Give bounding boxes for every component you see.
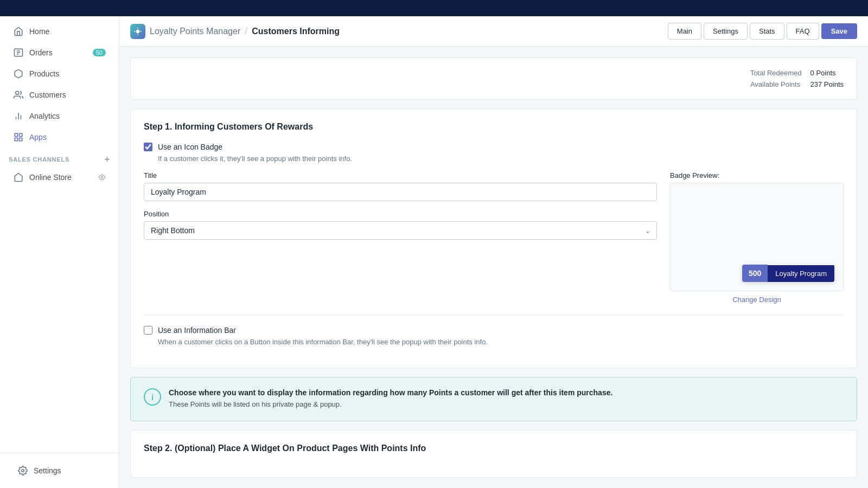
change-design-link[interactable]: Change Design xyxy=(670,296,844,304)
sidebar-item-analytics[interactable]: Analytics xyxy=(4,106,114,126)
save-button[interactable]: Save xyxy=(821,23,857,39)
app-logo xyxy=(130,24,145,39)
svg-rect-10 xyxy=(15,138,17,141)
app-header-left: Loyalty Points Manager / Customers Infor… xyxy=(130,24,340,39)
tab-settings[interactable]: Settings xyxy=(704,23,748,40)
svg-point-13 xyxy=(22,470,24,472)
svg-point-4 xyxy=(16,91,19,94)
step1-title: Step 1. Informing Customers Of Rewards xyxy=(144,122,844,132)
badge-preview-label: Badge Preview: xyxy=(670,171,844,179)
icon-badge-checkbox[interactable] xyxy=(144,143,152,151)
position-group: Position Right Bottom Left Bottom Right … xyxy=(144,210,657,240)
total-redeemed-value: 0 Points xyxy=(810,69,844,77)
svg-point-14 xyxy=(136,29,140,33)
position-select-wrapper: Right Bottom Left Bottom Right Top Left … xyxy=(144,221,657,240)
products-icon xyxy=(13,68,24,79)
sidebar-item-label-orders: Orders xyxy=(29,48,53,57)
sidebar-item-label-home: Home xyxy=(29,27,49,36)
sidebar-item-label-customers: Customers xyxy=(29,91,66,99)
position-label: Position xyxy=(144,210,657,218)
points-summary-inner: Total Redeemed 0 Points Available Points… xyxy=(750,69,844,88)
sidebar-item-apps[interactable]: Apps xyxy=(4,127,114,147)
step2-title: Step 2. (Optional) Place A Widget On Pro… xyxy=(144,444,844,453)
tab-faq[interactable]: FAQ xyxy=(787,23,819,40)
settings-icon xyxy=(17,465,28,476)
available-points-value: 237 Points xyxy=(810,80,844,88)
badge-form: Title Position Right Bottom Left Bottom … xyxy=(144,171,657,304)
sidebar-item-customers[interactable]: Customers xyxy=(4,85,114,105)
sales-channels-add-btn[interactable]: + xyxy=(105,155,110,164)
home-icon xyxy=(13,26,24,37)
app-header: Loyalty Points Manager / Customers Infor… xyxy=(119,16,868,47)
sidebar-item-label-online-store: Online Store xyxy=(29,173,72,182)
badge-widget: 500 Loyalty Program xyxy=(742,265,834,282)
icon-badge-row: Use an Icon Badge xyxy=(144,143,844,151)
badge-preview-box: 500 Loyalty Program xyxy=(670,183,844,291)
sidebar-item-label-settings: Settings xyxy=(34,466,61,475)
analytics-icon xyxy=(13,111,24,121)
sidebar-item-orders[interactable]: Orders 50 xyxy=(4,42,114,63)
content-area: Total Redeemed 0 Points Available Points… xyxy=(119,47,868,488)
svg-rect-11 xyxy=(20,138,22,141)
badge-preview-section: Badge Preview: 500 Loyalty Program Chang… xyxy=(670,171,844,304)
info-bar-checkbox[interactable] xyxy=(144,326,152,335)
icon-badge-hint: If a customer clicks it, they'll see a p… xyxy=(158,155,844,163)
badge-count: 500 xyxy=(742,265,768,282)
title-input[interactable] xyxy=(144,183,657,201)
title-group: Title xyxy=(144,171,657,201)
badge-text: Loyalty Program xyxy=(768,265,834,282)
position-select[interactable]: Right Bottom Left Bottom Right Top Left … xyxy=(144,221,657,240)
top-bar xyxy=(0,0,868,16)
orders-badge: 50 xyxy=(93,49,106,56)
sidebar-item-online-store[interactable]: Online Store xyxy=(4,167,114,188)
tab-stats[interactable]: Stats xyxy=(750,23,784,40)
info-bar-label[interactable]: Use an Information Bar xyxy=(158,326,236,335)
app-name: Loyalty Points Manager xyxy=(150,27,240,36)
svg-point-12 xyxy=(101,176,103,178)
step1-card: Step 1. Informing Customers Of Rewards U… xyxy=(130,108,857,368)
svg-rect-8 xyxy=(15,133,17,136)
sidebar-nav: Home Orders 50 xyxy=(0,16,119,453)
info-icon: i xyxy=(144,388,161,406)
points-summary-card: Total Redeemed 0 Points Available Points… xyxy=(130,57,857,100)
svg-rect-9 xyxy=(20,133,22,136)
step2-card: Step 2. (Optional) Place A Widget On Pro… xyxy=(130,430,857,478)
main-content: Loyalty Points Manager / Customers Infor… xyxy=(119,16,868,488)
info-bar-hint: When a customer clicks on a Button insid… xyxy=(158,338,844,346)
total-redeemed-label: Total Redeemed xyxy=(750,69,802,77)
title-label: Title xyxy=(144,171,657,179)
apps-icon xyxy=(13,132,24,143)
info-main-text: Choose where you want to display the inf… xyxy=(169,388,612,397)
sidebar-item-label-products: Products xyxy=(29,69,59,78)
info-bar-row: Use an Information Bar xyxy=(144,326,844,335)
info-sub-text: These Points will be listed on his priva… xyxy=(169,399,612,410)
sales-channels-label: SALES CHANNELS xyxy=(9,156,69,163)
online-store-eye-icon xyxy=(98,174,106,181)
badge-config: Title Position Right Bottom Left Bottom … xyxy=(144,171,844,304)
available-points-label: Available Points xyxy=(750,80,802,88)
sidebar: Home Orders 50 xyxy=(0,16,119,488)
sidebar-item-label-analytics: Analytics xyxy=(29,112,60,120)
sidebar-footer: Settings xyxy=(0,453,119,488)
online-store-icon xyxy=(13,172,24,183)
sales-channels-header: SALES CHANNELS + xyxy=(0,148,119,166)
sidebar-item-settings[interactable]: Settings xyxy=(9,460,110,481)
sidebar-item-label-apps: Apps xyxy=(29,133,47,142)
customers-icon xyxy=(13,89,24,100)
tab-main[interactable]: Main xyxy=(668,23,701,40)
info-text: Choose where you want to display the inf… xyxy=(169,388,612,410)
icon-badge-label[interactable]: Use an Icon Badge xyxy=(158,143,222,151)
breadcrumb-separator: / xyxy=(245,25,247,37)
page-title: Customers Informing xyxy=(252,27,340,36)
info-banner: i Choose where you want to display the i… xyxy=(130,377,857,421)
orders-icon xyxy=(13,47,24,58)
sidebar-item-products[interactable]: Products xyxy=(4,63,114,84)
divider xyxy=(144,314,844,315)
sidebar-item-home[interactable]: Home xyxy=(4,21,114,42)
app-header-tabs: Main Settings Stats FAQ Save xyxy=(668,23,857,40)
